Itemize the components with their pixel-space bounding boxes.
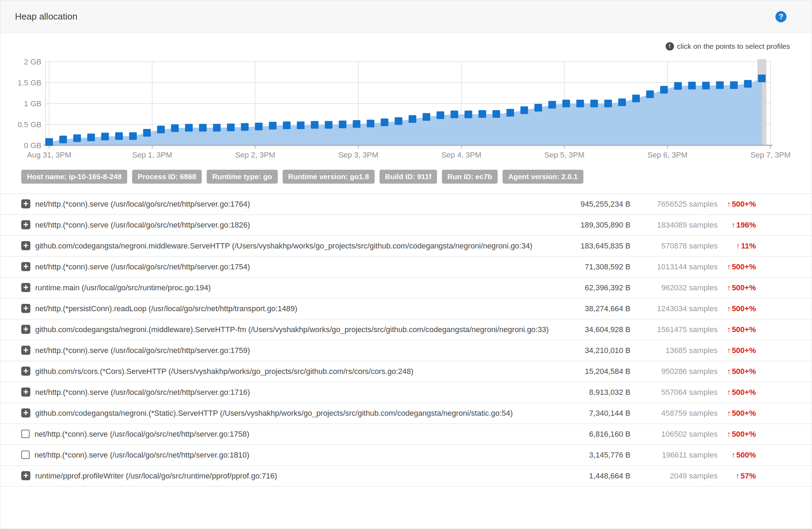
chart-point[interactable] bbox=[576, 100, 584, 107]
y-axis-tick-label: 1.5 GB bbox=[18, 78, 41, 87]
allocated-bytes: 1,448,664 B bbox=[554, 469, 630, 483]
chart-point[interactable] bbox=[632, 95, 640, 102]
table-row: ↑500+%557064 samples8,913,032 B+net/http… bbox=[0, 382, 812, 403]
expand-icon[interactable]: + bbox=[21, 388, 30, 397]
function-name: net/http.(*conn).serve (/usr/local/go/sr… bbox=[35, 262, 250, 271]
expand-icon[interactable]: + bbox=[21, 471, 30, 480]
change-percent-value: 500+% bbox=[732, 200, 756, 208]
chart-point[interactable] bbox=[758, 75, 766, 82]
chart-point[interactable] bbox=[534, 104, 542, 112]
allocated-bytes: 62,396,392 B bbox=[554, 281, 630, 295]
info-icon: ! bbox=[666, 42, 674, 51]
chart-point[interactable] bbox=[465, 110, 472, 118]
chart-point[interactable] bbox=[702, 82, 710, 89]
function-name: net/http.(*persistConn).readLoop (/usr/l… bbox=[35, 304, 297, 313]
samples-count: 962032 samples bbox=[630, 281, 718, 295]
metadata-badge: Process ID: 6868 bbox=[132, 170, 202, 184]
chart-point[interactable] bbox=[716, 81, 724, 89]
chart-point[interactable] bbox=[45, 138, 53, 146]
samples-count: 1834089 samples bbox=[630, 218, 718, 232]
trend-up-icon: ↑ bbox=[727, 367, 731, 376]
chart-point[interactable] bbox=[59, 136, 67, 143]
leaf-checkbox-icon[interactable] bbox=[21, 451, 30, 459]
trend-up-icon: ↑ bbox=[727, 200, 731, 208]
chart-point[interactable] bbox=[143, 129, 151, 137]
samples-count: 196611 samples bbox=[630, 448, 718, 462]
allocated-bytes: 34,210,010 B bbox=[554, 344, 630, 358]
allocated-bytes: 945,255,234 B bbox=[554, 197, 630, 211]
chart-point[interactable] bbox=[297, 121, 305, 129]
chart-point[interactable] bbox=[255, 123, 263, 130]
samples-count: 13685 samples bbox=[630, 344, 718, 358]
chart-point[interactable] bbox=[129, 132, 137, 140]
expand-icon[interactable]: + bbox=[21, 346, 30, 355]
chart-point[interactable] bbox=[395, 117, 403, 125]
trend-up-icon: ↑ bbox=[727, 262, 731, 271]
change-percent: ↑500% bbox=[718, 448, 756, 462]
chart-point[interactable] bbox=[562, 100, 570, 107]
chart-point[interactable] bbox=[241, 123, 248, 131]
chart-point[interactable] bbox=[520, 106, 528, 114]
help-icon[interactable]: ? bbox=[775, 11, 787, 22]
expand-icon[interactable]: + bbox=[21, 262, 30, 271]
chart-point[interactable] bbox=[604, 100, 612, 107]
expand-icon[interactable]: + bbox=[21, 408, 30, 417]
expand-icon[interactable]: + bbox=[21, 241, 30, 250]
page-title: Heap allocation bbox=[15, 11, 77, 22]
chart-point[interactable] bbox=[171, 124, 179, 132]
chart-point[interactable] bbox=[339, 121, 346, 128]
chart-point[interactable] bbox=[73, 135, 81, 142]
chart-point[interactable] bbox=[744, 80, 752, 88]
chart-point[interactable] bbox=[451, 110, 458, 118]
table-row: ↑500+%13685 samples34,210,010 B+net/http… bbox=[0, 340, 812, 361]
chart-point[interactable] bbox=[157, 125, 165, 133]
chart-point[interactable] bbox=[311, 121, 319, 129]
chart-point[interactable] bbox=[367, 120, 374, 128]
chart-point[interactable] bbox=[325, 121, 332, 129]
leaf-checkbox-icon[interactable] bbox=[21, 430, 30, 438]
metadata-badge: Runtime version: go1.8 bbox=[283, 170, 375, 184]
allocated-bytes: 183,645,835 B bbox=[554, 239, 630, 253]
function-name: runtime/pprof.profileWriter (/usr/local/… bbox=[35, 472, 277, 480]
chart-point[interactable] bbox=[199, 124, 207, 132]
chart-point[interactable] bbox=[115, 132, 123, 140]
change-percent: ↑500+% bbox=[718, 197, 756, 211]
expand-icon[interactable]: + bbox=[21, 199, 30, 208]
change-percent-value: 500+% bbox=[732, 262, 756, 271]
chart-point[interactable] bbox=[660, 86, 668, 93]
samples-count: 458759 samples bbox=[630, 406, 718, 420]
change-percent-value: 500% bbox=[736, 451, 756, 459]
expand-icon[interactable]: + bbox=[21, 220, 30, 229]
x-axis-tick-label: Sep 1, 3PM bbox=[132, 151, 172, 159]
chart-point[interactable] bbox=[185, 124, 193, 132]
chart-point[interactable] bbox=[101, 133, 109, 140]
chart-point[interactable] bbox=[674, 82, 682, 90]
chart-point[interactable] bbox=[381, 118, 388, 126]
chart-point[interactable] bbox=[437, 112, 444, 119]
expand-icon[interactable]: + bbox=[21, 325, 30, 334]
expand-icon[interactable]: + bbox=[21, 367, 30, 376]
function-name: net/http.(*conn).serve (/usr/local/go/sr… bbox=[35, 388, 250, 397]
chart-point[interactable] bbox=[618, 98, 626, 106]
chart-point[interactable] bbox=[213, 124, 221, 132]
chart-point[interactable] bbox=[478, 110, 486, 118]
chart-point[interactable] bbox=[227, 123, 235, 131]
chart-point[interactable] bbox=[409, 115, 416, 123]
chart-point[interactable] bbox=[590, 100, 598, 107]
expand-icon[interactable]: + bbox=[21, 304, 30, 313]
chart-point[interactable] bbox=[506, 109, 514, 116]
chart-point[interactable] bbox=[283, 121, 291, 129]
chart-point[interactable] bbox=[423, 113, 430, 121]
chart-point[interactable] bbox=[688, 82, 696, 89]
metadata-badge: Run ID: ec7b bbox=[442, 170, 498, 184]
chart-point[interactable] bbox=[730, 81, 738, 89]
chart-point[interactable] bbox=[353, 120, 360, 128]
chart-point[interactable] bbox=[87, 133, 95, 141]
chart-point[interactable] bbox=[549, 101, 556, 109]
chart-point[interactable] bbox=[492, 110, 500, 118]
expand-icon[interactable]: + bbox=[21, 283, 30, 292]
chart-point[interactable] bbox=[269, 122, 277, 130]
chart-point[interactable] bbox=[646, 91, 654, 98]
change-percent: ↑500+% bbox=[718, 365, 756, 378]
change-percent: ↑500+% bbox=[718, 302, 756, 316]
